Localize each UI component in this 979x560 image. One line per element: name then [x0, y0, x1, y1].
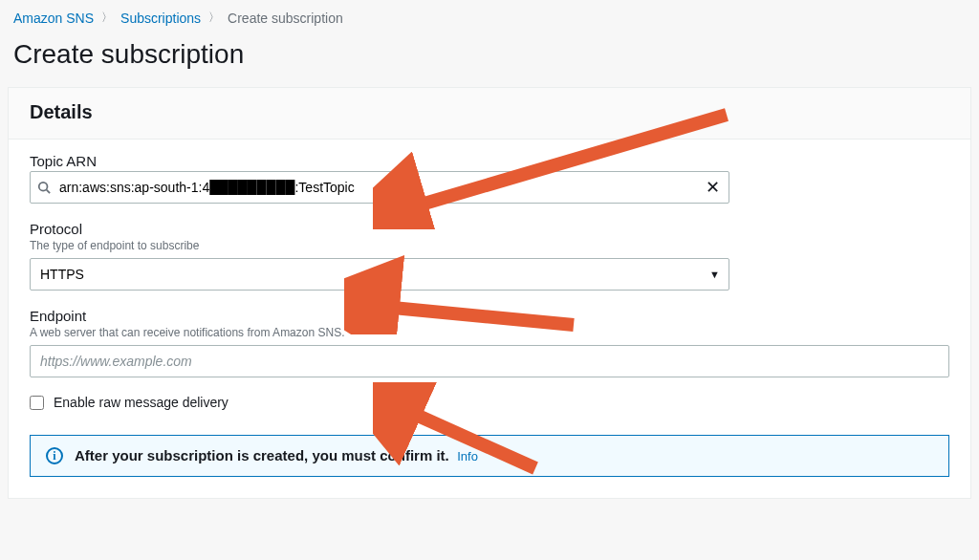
- search-icon: [37, 181, 51, 194]
- close-icon: ✕: [706, 177, 720, 198]
- info-text: After your subscription is created, you …: [75, 447, 449, 463]
- protocol-label: Protocol: [30, 221, 949, 237]
- info-link[interactable]: Info: [457, 449, 478, 463]
- chevron-right-icon: 〉: [208, 10, 220, 26]
- breadcrumb: Amazon SNS 〉 Subscriptions 〉 Create subs…: [0, 0, 979, 30]
- page-title: Create subscription: [0, 30, 979, 87]
- protocol-help: The type of endpoint to subscribe: [30, 239, 949, 252]
- raw-delivery-row: Enable raw message delivery: [30, 395, 949, 410]
- protocol-field: Protocol The type of endpoint to subscri…: [30, 221, 949, 291]
- endpoint-field: Endpoint A web server that can receive n…: [30, 308, 949, 377]
- endpoint-label: Endpoint: [30, 308, 949, 324]
- info-icon: i: [46, 447, 63, 464]
- info-box: i After your subscription is created, yo…: [30, 435, 949, 477]
- svg-line-1: [47, 190, 51, 194]
- breadcrumb-current: Create subscription: [228, 11, 343, 26]
- endpoint-input[interactable]: [30, 345, 949, 377]
- raw-delivery-checkbox[interactable]: [30, 396, 44, 410]
- topic-arn-label: Topic ARN: [30, 153, 949, 169]
- protocol-select[interactable]: HTTPS: [30, 258, 729, 291]
- panel-header: Details: [9, 88, 970, 140]
- topic-arn-input[interactable]: [30, 171, 729, 204]
- clear-button[interactable]: ✕: [701, 176, 724, 199]
- panel-title: Details: [30, 101, 949, 123]
- topic-arn-field: Topic ARN ✕: [30, 153, 949, 204]
- chevron-right-icon: 〉: [101, 10, 113, 26]
- raw-delivery-label[interactable]: Enable raw message delivery: [54, 395, 228, 410]
- endpoint-help: A web server that can receive notificati…: [30, 326, 949, 339]
- svg-point-0: [39, 183, 48, 191]
- breadcrumb-root[interactable]: Amazon SNS: [13, 11, 94, 26]
- breadcrumb-subscriptions[interactable]: Subscriptions: [120, 11, 201, 26]
- details-panel: Details Topic ARN ✕ Protocol The type of…: [8, 87, 971, 499]
